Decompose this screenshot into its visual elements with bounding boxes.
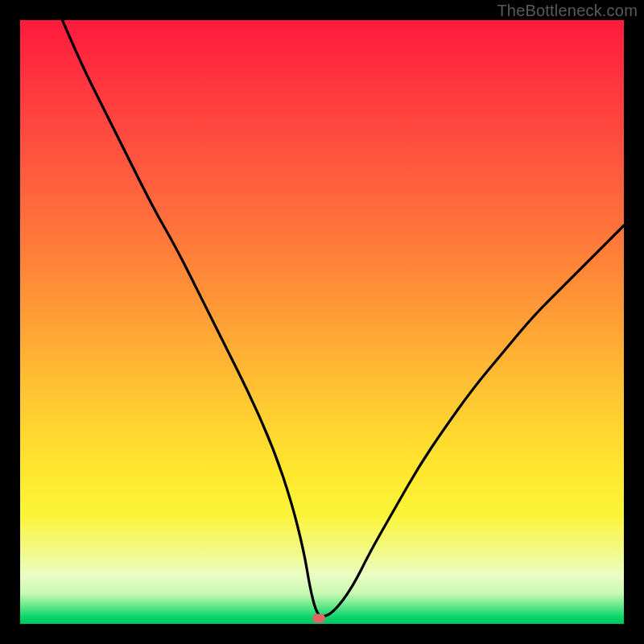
heat-gradient-background [20,20,624,624]
plot-area [20,20,624,624]
chart-frame: TheBottleneck.com [0,0,644,644]
watermark-text: TheBottleneck.com [497,2,638,20]
